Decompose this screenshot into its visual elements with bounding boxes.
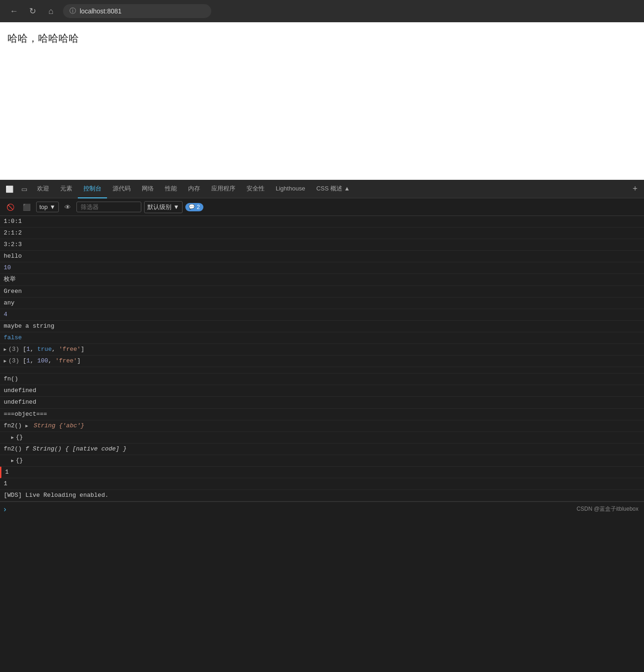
device-toolbar-icon[interactable]: ▭ (17, 182, 32, 197)
console-text: 2:1:2 (4, 228, 22, 238)
console-wds-line: [WDS] Live Reloading enabled. (0, 490, 644, 501)
console-line: 2:1:2 (0, 228, 644, 239)
console-number: 4 (4, 310, 7, 320)
console-text: undefined (4, 386, 36, 396)
expand-arrow-icon[interactable]: ▶ (11, 457, 14, 465)
credit-text: CSDN @蓝盒子itbluebox (576, 505, 638, 513)
filter-input[interactable] (76, 202, 141, 212)
inspect-element-icon[interactable]: ⬜ (2, 182, 17, 197)
console-line: 4 (0, 309, 644, 321)
console-output: 1:0:1 2:1:2 3:2:3 hello 10 枚举 Green any … (0, 216, 644, 501)
tab-security[interactable]: 安全性 (241, 180, 270, 198)
console-prompt-arrow[interactable]: › (4, 505, 6, 514)
tab-network[interactable]: 网络 (136, 180, 159, 198)
tab-performance[interactable]: 性能 (159, 180, 183, 198)
console-text: String {'abc'} (30, 421, 84, 431)
console-text: fn() (4, 374, 18, 384)
devtools-bottom-bar: › CSDN @蓝盒子itbluebox (0, 501, 644, 516)
console-text: 3:2:3 (4, 240, 22, 250)
console-line: maybe a string (0, 321, 644, 332)
console-fn2-native-line: fn2() f String() { [native code] } (0, 444, 644, 455)
console-array-line-2: ▶ (3) [1, 100, 'free'] (0, 355, 644, 367)
console-text: maybe a string (4, 321, 54, 331)
live-expression-button[interactable]: 👁 (62, 202, 74, 213)
console-line: ===object=== (0, 409, 644, 420)
console-line: undefined (0, 397, 644, 408)
expand-arrow-icon[interactable]: ▶ (4, 346, 6, 354)
expand-arrow-icon[interactable]: ▶ (11, 434, 14, 442)
console-text: [WDS] Live Reloading enabled. (4, 490, 108, 501)
tab-sources[interactable]: 源代码 (107, 180, 136, 198)
console-line: 3:2:3 (0, 239, 644, 251)
refresh-button[interactable]: ↻ (26, 5, 39, 18)
console-text: {} (16, 432, 23, 443)
tab-memory[interactable]: 内存 (183, 180, 206, 198)
console-obj-line-1: ▶ {} (0, 432, 644, 444)
console-text: fn2() (4, 444, 25, 454)
level-dropdown-icon: ▼ (173, 203, 179, 210)
console-line: 1 (0, 478, 644, 490)
console-array: (3) [1, 100, 'free'] (8, 356, 81, 366)
console-line: hello (0, 251, 644, 262)
clear-console-button[interactable]: 🚫 (4, 202, 17, 213)
home-button[interactable]: ⌂ (44, 5, 57, 18)
console-empty-line (0, 367, 644, 374)
log-level-selector[interactable]: 默认级别 ▼ (144, 201, 183, 213)
expand-arrow-icon[interactable]: ▶ (25, 422, 28, 430)
tab-welcome[interactable]: 欢迎 (32, 180, 55, 198)
console-text: 1 (4, 479, 7, 489)
devtools-panel: ⬜ ▭ 欢迎 元素 控制台 源代码 网络 性能 内存 应用程序 安全性 Ligh… (0, 180, 644, 672)
console-text: 1:0:1 (4, 216, 22, 227)
context-label: top (39, 203, 48, 210)
console-text: fn2() (4, 421, 25, 431)
context-selector[interactable]: top ▼ (36, 202, 59, 212)
address-bar[interactable]: ⓘ localhost:8081 (63, 4, 211, 18)
console-error-line-1: 1 (0, 467, 644, 478)
tab-css-overview[interactable]: CSS 概述 ▲ (311, 180, 356, 198)
tab-application[interactable]: 应用程序 (206, 180, 241, 198)
console-line: false (0, 332, 644, 344)
console-text: undefined (4, 397, 36, 407)
message-count-badge[interactable]: 2 (185, 203, 203, 211)
console-text: any (4, 298, 14, 308)
level-label: 默认级别 (147, 203, 171, 211)
console-line: undefined (0, 385, 644, 397)
console-array: (3) [1, true, 'free'] (8, 344, 84, 355)
console-number: 10 (4, 263, 11, 273)
tab-lighthouse[interactable]: Lighthouse (270, 180, 311, 198)
message-count: 2 (197, 204, 200, 210)
context-dropdown-icon: ▼ (50, 203, 56, 210)
devtools-tab-bar: ⬜ ▭ 欢迎 元素 控制台 源代码 网络 性能 内存 应用程序 安全性 Ligh… (0, 180, 644, 198)
console-boolean: false (4, 333, 22, 343)
console-line: fn() (0, 374, 644, 385)
console-text: hello (4, 251, 22, 261)
tab-add-button[interactable]: + (628, 184, 642, 194)
console-text: ===object=== (4, 409, 47, 419)
webpage-main-text: 哈哈，哈哈哈哈 (7, 32, 637, 45)
console-line: any (0, 298, 644, 309)
webpage-content: 哈哈，哈哈哈哈 (0, 22, 644, 180)
console-fn-text: f String() { [native code] } (25, 444, 126, 454)
console-text: 1 (5, 467, 9, 477)
browser-chrome: ← ↻ ⌂ ⓘ localhost:8081 (0, 0, 644, 22)
console-obj-line-2: ▶ {} (0, 455, 644, 467)
console-fn2-string-line: fn2() ▶ String {'abc'} (0, 420, 644, 432)
tab-console[interactable]: 控制台 (78, 180, 107, 198)
console-line: 枚举 (0, 274, 644, 285)
console-array-line-1: ▶ (3) [1, true, 'free'] (0, 344, 644, 355)
console-line: 10 (0, 262, 644, 274)
console-text: Green (4, 286, 22, 297)
tab-elements[interactable]: 元素 (55, 180, 78, 198)
back-button[interactable]: ← (7, 5, 20, 18)
console-line: 1:0:1 (0, 216, 644, 228)
console-text: 枚举 (4, 274, 16, 285)
toggle-drawer-button[interactable]: ⬛ (20, 202, 33, 213)
console-text: {} (16, 456, 23, 466)
expand-arrow-icon[interactable]: ▶ (4, 357, 6, 365)
devtools-toolbar: 🚫 ⬛ top ▼ 👁 默认级别 ▼ 2 (0, 198, 644, 216)
url-text: localhost:8081 (80, 7, 121, 15)
console-line: Green (0, 286, 644, 298)
info-icon: ⓘ (69, 7, 76, 15)
